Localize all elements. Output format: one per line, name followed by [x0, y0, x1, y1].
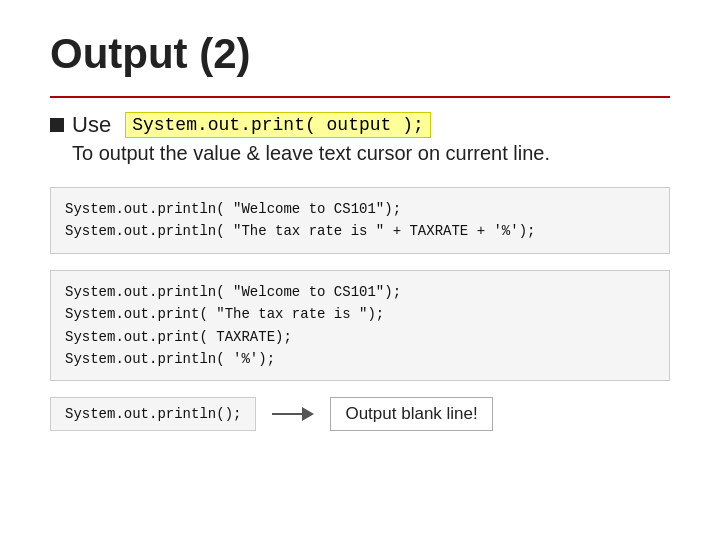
use-label: Use [72, 112, 111, 138]
bottom-code: System.out.println(); [50, 397, 256, 431]
code-line-1-2: System.out.println( "The tax rate is " +… [65, 220, 655, 242]
bottom-row: System.out.println(); Output blank line! [50, 397, 670, 431]
arrow-line [272, 413, 302, 415]
title-divider [50, 96, 670, 98]
arrow-head [302, 407, 314, 421]
code-line-2-2: System.out.print( "The tax rate is "); [65, 303, 655, 325]
code-line-2-4: System.out.println( '%'); [65, 348, 655, 370]
bullet-icon [50, 118, 64, 132]
code-line-2-3: System.out.print( TAXRATE); [65, 326, 655, 348]
highlight-code: System.out.print( output ); [125, 112, 431, 138]
code-block-1: System.out.println( "Welcome to CS101");… [50, 187, 670, 254]
bullet-row: Use System.out.print( output ); [50, 112, 670, 138]
main-page: Output (2) Use System.out.print( output … [0, 0, 720, 540]
code-line-2-1: System.out.println( "Welcome to CS101"); [65, 281, 655, 303]
code-line-1-1: System.out.println( "Welcome to CS101"); [65, 198, 655, 220]
page-title: Output (2) [50, 30, 670, 78]
callout-box: Output blank line! [330, 397, 492, 431]
code-block-2: System.out.println( "Welcome to CS101");… [50, 270, 670, 382]
subtitle-text: To output the value & leave text cursor … [72, 142, 670, 165]
arrow [272, 407, 314, 421]
